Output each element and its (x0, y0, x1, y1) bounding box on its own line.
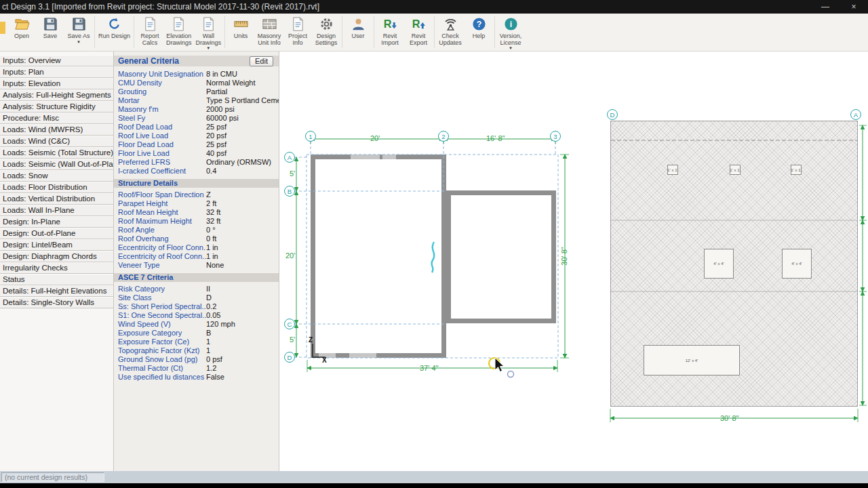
sidebar-item-inputs-elevation[interactable]: Inputs: Elevation (0, 78, 113, 89)
dropdown-arrow-icon[interactable]: ▾ (77, 40, 80, 44)
property-row-s1-one-second-spectral[interactable]: S1: One Second Spectral...0.05 (114, 311, 279, 320)
dropdown-arrow-icon[interactable]: ▾ (208, 46, 210, 50)
property-row-i-cracked-coefficient[interactable]: I-cracked Coefficient0.4 (114, 167, 279, 176)
property-row-roof-angle[interactable]: Roof Angle0 ° (114, 226, 279, 235)
sidebar-item-design-out-of-plane[interactable]: Design: Out-of-Plane (0, 228, 113, 239)
sidebar-item-irregularity-checks[interactable]: Irregularity Checks (0, 262, 113, 274)
property-row-parapet-height[interactable]: Parapet Height2 ft (114, 199, 279, 208)
report-calcs-button[interactable]: Report Calcs (136, 15, 164, 46)
property-row-roof-overhang[interactable]: Roof Overhang0 ft (114, 235, 279, 243)
elevation-opening[interactable]: 4' x 4' (782, 249, 812, 279)
property-value: 0 psf (206, 355, 279, 364)
sidebar-item-loads-wall-in-plane[interactable]: Loads: Wall In-Plane (0, 205, 113, 216)
property-label: Exposure Category (114, 329, 206, 338)
elevation-drawings-button[interactable]: Elevation Drawings (164, 15, 194, 46)
property-row-masonry-unit-designation[interactable]: Masonry Unit Designation8 in CMU (114, 70, 279, 79)
property-label: Masonry Unit Designation (114, 70, 206, 79)
elevation-opening[interactable]: 4' x 4' (704, 249, 734, 279)
plan-wall-rect-left[interactable] (311, 155, 446, 358)
sidebar-item-design-lintel-beam[interactable]: Design: Lintel/Beam (0, 239, 113, 251)
wall-drawings-icon (201, 16, 216, 32)
property-row-wind-speed-v[interactable]: Wind Speed (V)120 mph (114, 320, 279, 329)
property-row-eccentricity-of-floor-conn[interactable]: Eccentricity of Floor Conn...1 in (114, 243, 279, 252)
property-row-risk-category[interactable]: Risk CategoryII (114, 285, 279, 293)
sidebar-item-procedure-misc[interactable]: Procedure: Misc (0, 113, 113, 124)
svg-text:R: R (412, 18, 420, 30)
minimize-button[interactable]: — (811, 0, 840, 14)
revit-export-button[interactable]: RRevit Export (404, 15, 433, 46)
title-bar: ct Design 3.1 [Imported from Revit proje… (0, 0, 868, 14)
close-button[interactable]: × (840, 0, 868, 14)
edit-button[interactable]: Edit (250, 56, 273, 66)
sidebar-item-design-in-plane[interactable]: Design: In-Plane (0, 216, 113, 228)
property-row-roof-mean-height[interactable]: Roof Mean Height32 ft (114, 208, 279, 217)
sidebar-item-loads-wind-mwfrs[interactable]: Loads: Wind (MWFRS) (0, 124, 113, 136)
property-label: Roof Maximum Height (114, 217, 206, 226)
property-row-masonry-f-m[interactable]: Masonry f'm2000 psi (114, 105, 279, 114)
sidebar-item-loads-floor-distribution[interactable]: Loads: Floor Distribution (0, 182, 113, 193)
toolbar-button-label: Design Settings (315, 33, 338, 46)
project-info-button[interactable]: Project Info (283, 15, 312, 46)
property-row-steel-fy[interactable]: Steel Fy60000 psi (114, 114, 279, 123)
sidebar-item-loads-seismic-wall-out-of-plane[interactable]: Loads: Seismic (Wall Out-of-Plane) (0, 159, 113, 170)
property-row-ground-snow-load-pg[interactable]: Ground Snow Load (pg)0 psf (114, 355, 279, 364)
elevation-opening[interactable]: 12' x 4' (644, 345, 740, 375)
check-updates-icon (443, 16, 458, 32)
sidebar-item-status[interactable]: Status (0, 274, 113, 285)
property-row-exposure-factor-ce[interactable]: Exposure Factor (Ce)1 (114, 338, 279, 346)
run-design-button[interactable]: Run Design (96, 15, 132, 40)
sidebar-item-loads-snow[interactable]: Loads: Snow (0, 170, 113, 182)
property-row-eccentricity-of-roof-conn[interactable]: Eccentricity of Roof Conn...1 in (114, 252, 279, 261)
property-row-preferred-lfrs[interactable]: Preferred LFRSOrdinary (ORMSW) (114, 158, 279, 167)
sidebar-item-analysis-full-height-segments[interactable]: Analysis: Full-Height Segments (0, 89, 113, 101)
dropdown-arrow-icon[interactable]: ▾ (509, 46, 512, 50)
sidebar-item-analysis-structure-rigidity[interactable]: Analysis: Structure Rigidity (0, 101, 113, 113)
svg-text:C: C (288, 321, 292, 328)
sidebar-item-details-single-story-walls[interactable]: Details: Single-Story Walls (0, 297, 113, 308)
property-row-roof-maximum-height[interactable]: Roof Maximum Height32 ft (114, 217, 279, 226)
wall-drawings-button[interactable]: Wall Drawings▾ (194, 15, 224, 50)
sidebar-item-loads-wind-c-c[interactable]: Loads: Wind (C&C) (0, 136, 113, 147)
user-button[interactable]: User (344, 15, 372, 40)
check-updates-button[interactable]: Check Updates (436, 15, 465, 46)
property-row-roof-floor-span-direction[interactable]: Roof/Floor Span DirectionZ (114, 190, 279, 199)
property-row-roof-dead-load[interactable]: Roof Dead Load25 psf (114, 123, 279, 131)
help-button[interactable]: ?Help (465, 15, 493, 40)
save-as-button[interactable]: Save As▾ (64, 15, 93, 44)
property-row-floor-live-load[interactable]: Floor Live Load40 psf (114, 149, 279, 158)
toolbar-button-label: Version, License (500, 33, 522, 46)
elevation-wall[interactable]: 1' x 1'1' x 1'1' x 1'4' x 4'4' x 4'12' x… (610, 121, 858, 407)
property-row-cmu-density[interactable]: CMU DensityNormal Weight (114, 79, 279, 87)
save-button[interactable]: Save (36, 15, 64, 40)
property-row-exposure-category[interactable]: Exposure CategoryB (114, 329, 279, 338)
elevation-opening[interactable]: 1' x 1' (791, 165, 802, 175)
property-row-grouting[interactable]: GroutingPartial (114, 87, 279, 96)
sidebar-item-loads-vertical-distribution[interactable]: Loads: Vertical Distribution (0, 193, 113, 205)
property-row-mortar[interactable]: MortarType S Portland Cemen... (114, 96, 279, 105)
sidebar-item-design-diaphragm-chords[interactable]: Design: Diaphragm Chords (0, 251, 113, 262)
property-row-topographic-factor-kzt[interactable]: Topographic Factor (Kzt)1 (114, 346, 279, 355)
elevation-opening[interactable]: 1' x 1' (730, 165, 741, 175)
elevation-opening[interactable]: 1' x 1' (667, 165, 678, 175)
open-button[interactable]: Open (7, 15, 36, 40)
version-license-button[interactable]: iVersion, License▾ (496, 15, 525, 50)
property-row-thermal-factor-ct[interactable]: Thermal Factor (Ct)1.2 (114, 364, 279, 373)
revit-import-button[interactable]: RRevit Import (376, 15, 404, 46)
property-row-roof-live-load[interactable]: Roof Live Load20 psf (114, 131, 279, 140)
sidebar-item-loads-seismic-total-structure[interactable]: Loads: Seismic (Total Structure) (0, 147, 113, 159)
property-row-use-specified-lu-distances[interactable]: Use specified lu distancesFalse (114, 373, 279, 382)
sidebar-item-details-full-height-elevations[interactable]: Details: Full-Height Elevations (0, 285, 113, 297)
units-button[interactable]: Units (226, 15, 255, 40)
sidebar-item-inputs-plan[interactable]: Inputs: Plan (0, 66, 113, 78)
plan-wall-rect-right[interactable] (446, 190, 556, 323)
property-row-site-class[interactable]: Site ClassD (114, 293, 279, 302)
property-value: 1 (206, 346, 279, 355)
masonry-unit-info-button[interactable]: Masonry Unit Info (255, 15, 283, 46)
property-row-ss-short-period-spectral[interactable]: Ss: Short Period Spectral...0.2 (114, 302, 279, 311)
property-row-veneer-type[interactable]: Veneer TypeNone (114, 261, 279, 270)
sidebar-item-inputs-overview[interactable]: Inputs: Overview (0, 55, 113, 66)
property-value: II (206, 285, 279, 293)
property-row-floor-dead-load[interactable]: Floor Dead Load25 psf (114, 140, 279, 149)
design-settings-button[interactable]: Design Settings (312, 15, 340, 46)
drawing-canvas[interactable]: 1' x 1'1' x 1'1' x 1'4' x 4'4' x 4'12' x… (279, 52, 868, 471)
